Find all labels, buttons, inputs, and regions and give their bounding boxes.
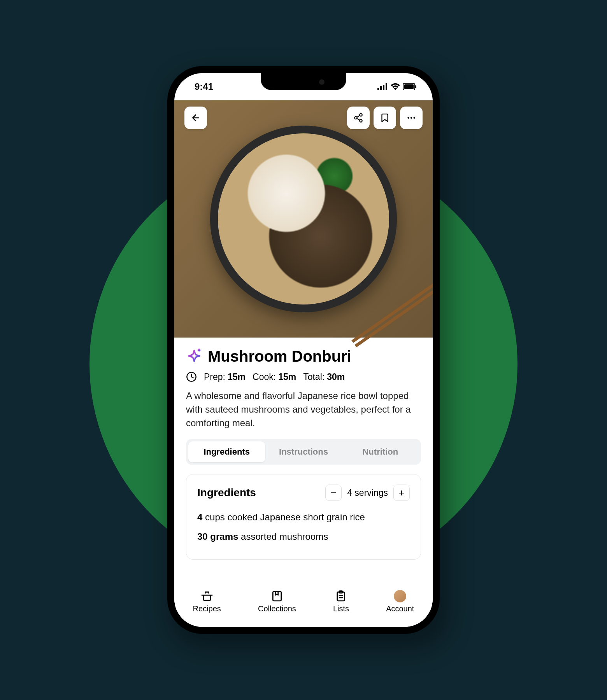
tab-ingredients[interactable]: Ingredients bbox=[188, 441, 265, 462]
svg-point-13 bbox=[411, 117, 412, 119]
pot-icon bbox=[201, 590, 213, 602]
arrow-left-icon bbox=[191, 113, 201, 123]
recipe-description: A wholesome and flavorful Japanese rice … bbox=[186, 389, 421, 430]
nav-collections[interactable]: Collections bbox=[258, 590, 296, 613]
bookmark-collection-icon bbox=[271, 590, 283, 602]
ingredient-item: 30 grams assorted mushrooms bbox=[197, 530, 410, 544]
clock-icon bbox=[186, 371, 197, 382]
svg-rect-5 bbox=[404, 84, 414, 89]
share-icon bbox=[353, 113, 363, 123]
svg-rect-16 bbox=[273, 592, 281, 601]
tab-bar: Ingredients Instructions Nutrition bbox=[186, 439, 421, 465]
svg-rect-6 bbox=[415, 85, 416, 88]
ingredients-heading: Ingredients bbox=[197, 486, 256, 499]
share-button[interactable] bbox=[347, 107, 370, 129]
phone-frame: 9:41 bbox=[167, 66, 440, 634]
more-horizontal-icon bbox=[406, 113, 416, 123]
svg-rect-3 bbox=[386, 83, 387, 90]
more-button[interactable] bbox=[400, 107, 423, 129]
servings-increase-button[interactable]: + bbox=[393, 485, 410, 501]
ingredient-item: 4 cups cooked Japanese short grain rice bbox=[197, 510, 410, 524]
battery-icon bbox=[403, 83, 416, 90]
svg-rect-1 bbox=[380, 86, 382, 90]
nav-account[interactable]: Account bbox=[386, 590, 414, 613]
clipboard-icon bbox=[335, 590, 347, 602]
svg-rect-0 bbox=[377, 88, 379, 90]
recipe-title: Mushroom Donburi bbox=[208, 348, 351, 365]
status-time: 9:41 bbox=[195, 81, 213, 92]
svg-line-11 bbox=[357, 119, 360, 120]
cellular-icon bbox=[377, 83, 388, 90]
wifi-icon bbox=[391, 83, 400, 90]
tab-instructions[interactable]: Instructions bbox=[265, 441, 342, 462]
recipe-hero-image bbox=[174, 100, 433, 338]
recipe-times: Prep: 15m Cook: 15m Total: 30m bbox=[186, 371, 421, 382]
sparkle-icon bbox=[186, 348, 202, 365]
svg-point-14 bbox=[413, 117, 415, 119]
tab-nutrition[interactable]: Nutrition bbox=[342, 441, 419, 462]
nav-lists[interactable]: Lists bbox=[333, 590, 349, 613]
nav-recipes[interactable]: Recipes bbox=[193, 590, 221, 613]
svg-point-12 bbox=[407, 117, 409, 119]
avatar bbox=[394, 590, 406, 602]
bookmark-button[interactable] bbox=[374, 107, 396, 129]
ingredients-card: Ingredients − 4 servings + 4 cups cooked… bbox=[186, 474, 421, 560]
servings-decrease-button[interactable]: − bbox=[325, 485, 342, 501]
back-button[interactable] bbox=[184, 107, 207, 129]
svg-line-10 bbox=[357, 116, 360, 117]
servings-count: 4 servings bbox=[347, 488, 388, 498]
bookmark-icon bbox=[380, 113, 390, 123]
svg-rect-2 bbox=[383, 85, 384, 90]
bottom-nav: Recipes Collections Lists Account bbox=[174, 582, 433, 627]
status-icons bbox=[377, 83, 416, 90]
